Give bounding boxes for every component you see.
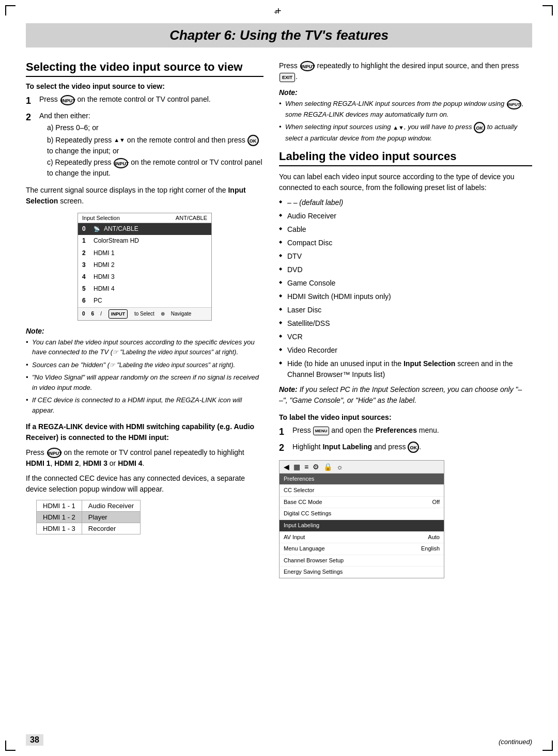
corner-mark-tr	[542, 5, 553, 15]
row-num-3: 3	[82, 260, 89, 270]
input-sel-row-4: 4 HDMI 3	[78, 271, 211, 283]
exit-button: EXIT	[280, 73, 295, 82]
input-sel-label: ANT/CABLE	[176, 215, 207, 221]
label-item-laser: Laser Disc	[279, 305, 532, 316]
row-num-1: 1	[82, 236, 89, 246]
section-title-labeling: Labeling the video input sources	[279, 150, 532, 166]
pref-header-label: Preferences	[284, 475, 314, 484]
pref-row-cc-selector: CC Selector	[280, 485, 444, 497]
pref-icon-back: ◀	[284, 463, 289, 471]
step-2a: a) Press 0–6; or	[39, 123, 264, 133]
hdmi-col1-3: HDMI 1 - 3	[37, 523, 82, 534]
pref-label-base-cc: Base CC Mode	[284, 498, 322, 507]
note-title-left: Note:	[26, 327, 264, 335]
input-selection-box: Input Selection ANT/CABLE 0 📡 ANT/CABLE …	[78, 213, 212, 320]
note-4: If CEC device is connected to a HDMI inp…	[26, 395, 264, 415]
regza-link-warning: If a REGZA-LINK device with HDMI switchi…	[26, 421, 264, 443]
menu-button: MENU	[313, 427, 330, 435]
step-1: 1 Press INPUT on the remote control or T…	[26, 94, 264, 107]
pref-icon-cc: ▦	[293, 463, 300, 471]
pref-row-channel-browser: Channel Browser Setup	[280, 555, 444, 567]
step-2: 2 And then either: a) Press 0–6; or b) R…	[26, 111, 264, 180]
label-item-hdmi-switch: HDMI Switch (HDMI inputs only)	[279, 291, 532, 302]
pref-label-input-labeling: Input Labeling	[284, 521, 319, 530]
footer-0: 0	[82, 311, 85, 317]
input-button-footer: INPUT	[109, 309, 128, 319]
arrow-up-down-icon: ▲▼	[114, 136, 125, 144]
label-list: – – (default label) Audio Receiver Cable…	[279, 197, 532, 380]
left-column: Selecting the video input source to view…	[26, 60, 264, 540]
pref-value-base-cc: Off	[432, 498, 440, 507]
step-2c: c) Repeatedly press INPUT on the remote …	[39, 158, 264, 178]
input-button-right: INPUT	[300, 61, 315, 71]
input-sel-row-2: 2 HDMI 1	[78, 247, 211, 259]
label-item-cd: Compact Disc	[279, 238, 532, 248]
step-2-sublist: a) Press 0–6; or b) Repeatedly press ▲▼ …	[39, 123, 264, 178]
two-column-layout: Selecting the video input source to view…	[26, 60, 532, 584]
input-button-1: INPUT	[60, 95, 75, 105]
section2-intro: You can label each video input source ac…	[279, 171, 532, 193]
label-item-dvd: DVD	[279, 264, 532, 275]
pref-row-digital-cc: Digital CC Settings	[280, 508, 444, 520]
hdmi-col2-2: Player	[82, 512, 140, 523]
label-item-game: Game Console	[279, 278, 532, 289]
hdmi-col1-2: HDMI 1 - 2	[37, 512, 82, 523]
label-step-1-text: Press MENU and open the Preferences menu…	[292, 426, 439, 438]
page-number: 38	[26, 734, 43, 746]
footer-select: to Select	[134, 311, 154, 317]
row-num-4: 4	[82, 272, 89, 282]
pref-row-energy-saving: Energy Saving Settings	[280, 566, 444, 578]
pref-label-digital-cc: Digital CC Settings	[284, 509, 331, 518]
arrow-up-down-icon-2: ▲▼	[393, 123, 404, 132]
row-num-6: 6	[82, 296, 89, 306]
label-item-video-recorder: Video Recorder	[279, 345, 532, 356]
step-1-num: 1	[26, 94, 35, 107]
hdmi-col2-1: Audio Receiver	[82, 500, 140, 512]
chapter-header: Chapter 6: Using the TV's features	[26, 23, 532, 48]
footer-navigate: Navigate	[171, 311, 191, 317]
right-note-2: When selecting input sources using ▲▼, y…	[279, 122, 532, 144]
input-sel-footer: 0 6 / INPUT to Select ⊕ Navigate	[78, 307, 211, 320]
label-step-1-num: 1	[279, 426, 288, 438]
pref-icon-prefs: ≡	[304, 463, 308, 471]
input-button-note: INPUT	[507, 99, 521, 109]
input-button-3: INPUT	[47, 448, 61, 458]
note-block-left: Note: You can label the video input sour…	[26, 327, 264, 416]
pref-label-energy-saving: Energy Saving Settings	[284, 568, 343, 577]
input-sel-row-6: 6 PC	[78, 295, 211, 307]
hdmi-popup-table: HDMI 1 - 1 Audio Receiver HDMI 1 - 2 Pla…	[36, 500, 141, 534]
input-sel-row-0: 0 📡 ANT/CABLE	[78, 223, 211, 235]
ok-button-1: OK	[247, 135, 259, 146]
right-column: Press INPUT repeatedly to highlight the …	[279, 60, 532, 584]
pref-icon-setup: ⚙	[313, 463, 319, 471]
row-label-1: ColorStream HD	[94, 236, 139, 246]
label-step-2-num: 2	[279, 442, 288, 454]
input-button-2: INPUT	[114, 158, 128, 168]
note-2: Sources can be "hidden" (☞ "Labeling the…	[26, 360, 264, 370]
row-label-0: ANT/CABLE	[104, 224, 138, 234]
pref-value-av-input: Auto	[428, 533, 440, 542]
step-2-content: And then either: a) Press 0–6; or b) Rep…	[39, 111, 264, 180]
pref-row-menu-lang: Menu Language English	[280, 543, 444, 555]
footer-slash: /	[100, 311, 102, 317]
regza-link-text1: Press INPUT on the remote or TV control …	[26, 447, 264, 469]
right-note-1: When selecting REGZA-LINK input sources …	[279, 99, 532, 119]
footer-6: 6	[91, 311, 95, 317]
row-label-5: HDMI 4	[94, 284, 115, 294]
pref-row-input-labeling: Input Labeling	[280, 520, 444, 532]
pref-label-av-input: AV Input	[284, 533, 305, 542]
input-sel-header: Input Selection ANT/CABLE	[78, 213, 211, 223]
row-num-0: 0	[82, 224, 89, 234]
note-3: "No Video Signal" will appear randomly o…	[26, 372, 264, 392]
pref-label-channel-browser: Channel Browser Setup	[284, 556, 344, 565]
label-item-audio: Audio Receiver	[279, 211, 532, 222]
hdmi-row-2: HDMI 1 - 2 Player	[37, 512, 141, 523]
pref-icon-brightness: ☼	[336, 463, 343, 471]
row-label-3: HDMI 2	[94, 260, 115, 270]
pref-row-av-input: AV Input Auto	[280, 532, 444, 544]
step-2b: b) Repeatedly press ▲▼ on the remote con…	[39, 135, 264, 156]
note-block-right: Note: When selecting REGZA-LINK input so…	[279, 88, 532, 144]
regza-link-text2: If the connected CEC device has any conn…	[26, 473, 264, 495]
antenna-icon: 📡	[94, 225, 100, 233]
pref-icons-row: ◀ ▦ ≡ ⚙ 🔒 ☼	[280, 461, 444, 474]
